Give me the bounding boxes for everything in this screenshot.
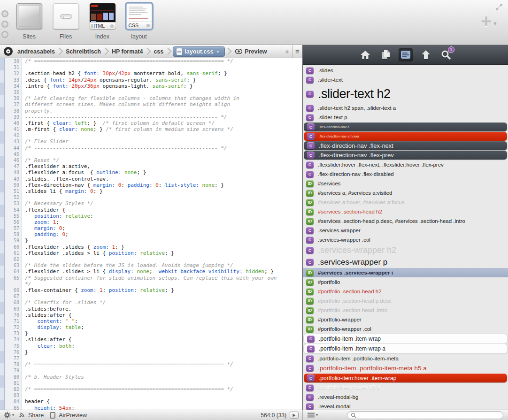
css-symbol-row[interactable]: C.services-wrapper p — [303, 256, 508, 268]
breadcrumb-segment[interactable]: HP format4 — [109, 48, 146, 55]
css-navigator-icon[interactable] — [399, 48, 413, 61]
css-symbol-row[interactable]: C.portfolio-item .item-wrap a — [304, 344, 507, 353]
sort-menu-button[interactable]: ▼ — [308, 412, 319, 418]
css-selector-label: #services — [318, 181, 341, 186]
publish-icon[interactable] — [419, 48, 433, 61]
css-symbol-row[interactable]: C.flex-direction-nav a — [304, 122, 507, 131]
line-number: 64 — [5, 268, 22, 275]
css-symbol-row[interactable]: ID#portfolio-wrapper .col — [303, 324, 508, 334]
css-symbol-row[interactable]: C.flex-direction-nav .flex-next — [304, 141, 507, 150]
active-file-tab[interactable]: layout.css ▼ — [173, 46, 225, 57]
sidebar-search-field[interactable] — [347, 411, 503, 419]
code-line: 72 display: table; — [5, 324, 302, 330]
code-line: 85 height: 54px; — [5, 405, 302, 410]
code-editor[interactable]: 30/* ===================================… — [0, 58, 302, 410]
css-symbol-row[interactable]: C.slider-text h2 — [303, 84, 508, 103]
line-number: 56 — [5, 219, 22, 225]
css-symbol-row[interactable]: C.slider-text p — [303, 113, 508, 122]
css-symbol-row[interactable]: C.portfolio-item .item-wrap — [304, 334, 507, 344]
share-broadcast-icon[interactable] — [18, 412, 25, 418]
css-symbol-row[interactable]: C.flexslider:hover .flex-next, .flexslid… — [303, 160, 508, 169]
css-symbol-row[interactable]: ID#portfolio-wrapper — [303, 315, 508, 324]
css-symbol-row[interactable]: C.flex-direction-nav a:hover — [304, 132, 507, 141]
css-symbol-row[interactable]: ID#portfolio — [303, 277, 508, 287]
code-line: 57 margin: 0; — [5, 225, 302, 231]
thumbnail-layout[interactable]: CSSlayout — [124, 3, 154, 40]
code-line: 47.flexslider a:active, — [5, 163, 302, 169]
preview-play-button[interactable] — [290, 412, 299, 419]
document-icon — [177, 48, 182, 55]
fullscreen-icon[interactable] — [495, 3, 503, 11]
css-symbol-row[interactable]: C.slider-text h2 span, .slider-text a — [303, 103, 508, 113]
thumbnail-Sites[interactable]: Sites — [14, 3, 44, 40]
css-selector-label: .slider-text — [318, 77, 343, 83]
line-number: 79 — [5, 367, 22, 374]
css-selector-label: .reveal-modal-bg — [318, 394, 358, 400]
add-tab-button[interactable]: + — [282, 45, 292, 58]
css-symbol-row[interactable]: C.reveal-modal — [303, 402, 508, 410]
css-symbol-row[interactable]: C.portfolio-item:hover .item-wrap — [304, 374, 507, 382]
css-symbol-row[interactable]: ID#services .section-head p.desc, #servi… — [303, 216, 508, 226]
window-dot-icon[interactable] — [1, 31, 8, 38]
breadcrumb-segment[interactable]: Schreibtisch — [63, 48, 104, 55]
find-count-badge: 1 — [448, 46, 454, 53]
css-selector-label: #portfolio — [318, 279, 340, 285]
share-label[interactable]: Share — [28, 412, 44, 419]
id-badge-icon: ID — [306, 218, 314, 225]
search-input[interactable] — [358, 412, 500, 419]
settings-menu-button[interactable]: ▼ — [4, 412, 15, 419]
code-line: 75 clear: both; — [5, 343, 302, 349]
css-symbol-row[interactable]: ID#portfolio .section-head h2 — [303, 287, 508, 296]
css-symbol-row[interactable]: C.services-wrapper — [303, 226, 508, 235]
line-number: 48 — [5, 169, 22, 176]
airpreview-label[interactable]: AirPreview — [59, 412, 87, 419]
pages-icon[interactable] — [378, 48, 393, 61]
breadcrumb-segment[interactable]: andreasabels — [15, 48, 58, 55]
home-icon[interactable] — [358, 48, 372, 61]
window-dot-icon[interactable] — [1, 10, 8, 17]
id-badge-icon: ID — [306, 316, 314, 323]
breadcrumb-separator — [58, 46, 63, 57]
css-symbol-row[interactable]: ID#services .section-head h2 — [303, 207, 508, 216]
css-symbol-row[interactable]: ID#services — [303, 179, 508, 188]
line-number: 49 — [5, 176, 22, 182]
css-symbol-row[interactable]: C.reveal-modal-bg — [303, 392, 508, 402]
css-symbol-row[interactable]: C.portfolio-item .portfolio-item-meta h5… — [303, 363, 508, 373]
css-selector-label: #services a, #services a:visited — [318, 190, 393, 196]
css-symbol-row[interactable]: C.flex-direction-nav .flex-prev — [304, 151, 507, 160]
sites-home-icon[interactable] — [4, 47, 13, 56]
css-symbol-row[interactable]: C.services-wrapper h2 — [303, 244, 508, 256]
window-controls[interactable] — [1, 10, 8, 38]
css-symbol-row[interactable]: C.portfolio-item .portfolio-item-meta — [303, 354, 508, 363]
code-line: 34.intro { font: 20px/36px opensans-ligh… — [5, 83, 302, 89]
add-site-button[interactable]: + ▼ — [481, 14, 498, 28]
thumbnail-index[interactable]: HTMLindex — [87, 3, 117, 40]
css-symbol-row[interactable]: C.slides — [303, 66, 508, 75]
css-symbol-row[interactable]: C.portfolio-item:hover h5 a — [303, 383, 508, 392]
css-symbol-row[interactable]: ID#services a:hover, #services a:focus — [303, 198, 508, 207]
css-symbol-row[interactable]: C.services-wrapper .col — [303, 235, 508, 244]
css-symbol-row[interactable]: ID#portfolio .section-head .intro — [303, 305, 508, 315]
find-icon[interactable]: 1 — [439, 48, 453, 61]
window-dot-icon[interactable] — [1, 21, 8, 28]
thumbnail-label: layout — [131, 33, 146, 40]
class-badge-icon: C — [306, 76, 314, 84]
preview-tab[interactable]: Preview — [231, 48, 270, 55]
css-symbol-row[interactable]: ID#services .services-wrapper i — [303, 268, 508, 277]
code-line: 63/* Hide the slides before the JS is lo… — [5, 262, 302, 268]
css-symbol-row[interactable]: C.slider-text — [303, 75, 508, 84]
line-number: 39 — [5, 114, 22, 120]
airpreview-device-icon[interactable] — [50, 412, 55, 419]
code-line: 38properly. — [5, 108, 302, 114]
class-badge-icon: C — [306, 355, 314, 362]
tab-list-button[interactable]: ≡ — [292, 45, 302, 58]
class-badge-icon: C — [307, 133, 315, 140]
css-selector-label: .flex-direction-nav a:hover — [319, 134, 359, 138]
css-symbol-row[interactable]: ID#portfolio .section-head p.desc — [303, 296, 508, 305]
code-line: 54.flexslider { — [5, 207, 302, 213]
chevron-down-icon[interactable]: ▼ — [216, 49, 220, 54]
active-file-name: layout.css — [185, 48, 213, 55]
thumbnail-Files[interactable]: Files — [51, 3, 81, 40]
css-symbol-row[interactable]: ID#services a, #services a:visited — [303, 188, 508, 198]
css-symbol-row[interactable]: C.flex-direction-nav .flex-disabled — [303, 169, 508, 179]
